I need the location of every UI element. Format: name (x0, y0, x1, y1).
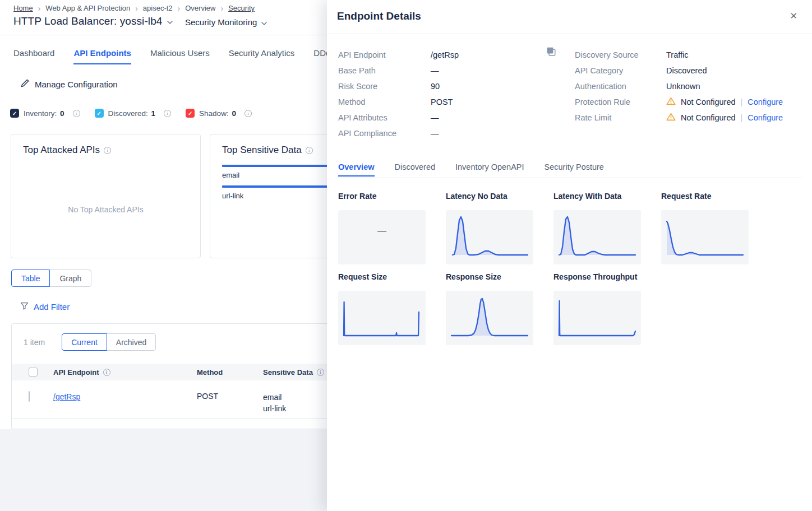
warning-icon (666, 97, 676, 107)
method-cell: POST (197, 392, 263, 401)
detail-value-text: — (431, 66, 439, 75)
chart-title: Response Throughput (553, 272, 641, 281)
add-filter-button[interactable]: Add Filter (20, 302, 70, 312)
configure-link[interactable]: Configure (748, 113, 783, 122)
add-filter-label: Add Filter (34, 302, 70, 312)
checkbox-checked-icon[interactable]: ✓ (95, 109, 104, 118)
detail-label: Rate Limit (575, 113, 666, 122)
close-icon[interactable]: ✕ (790, 12, 797, 21)
detail-label: Risk Score (338, 82, 431, 91)
filter-discovered[interactable]: ✓Discovered: 1i (95, 109, 172, 118)
detail-row: API CategoryDiscovered (575, 63, 805, 78)
filter-label: Discovered: 1 (108, 109, 156, 118)
configure-link[interactable]: Configure (748, 97, 783, 106)
chart-title: Error Rate (338, 192, 426, 201)
breadcrumb: Home›Web App & API Protection›apisec-t2›… (13, 4, 255, 12)
detail-value-text: 90 (431, 82, 440, 91)
chart-canvas (553, 210, 641, 264)
warning-icon (666, 113, 676, 123)
chevron-down-icon (261, 17, 267, 27)
info-icon[interactable]: i (244, 110, 252, 117)
panel-tab-security-posture[interactable]: Security Posture (545, 162, 604, 176)
chart-canvas: — (338, 210, 426, 264)
chart-canvas (446, 210, 533, 264)
filter-inventory[interactable]: ✓Inventory: 0i (10, 109, 80, 118)
endpoint-link[interactable]: /getRsp (53, 392, 80, 401)
view-toggle-table[interactable]: Table (11, 270, 50, 287)
detail-value: Not Configured|Configure (666, 113, 783, 123)
detail-value: Unknown (666, 82, 700, 91)
details-column-left: API Endpoint/getRspBase Path—Risk Score9… (338, 47, 546, 141)
filter-count: 0 (60, 109, 64, 118)
detail-value: POST (431, 97, 453, 106)
top-sensitive-data-title: Top Sensitive Data (222, 145, 302, 156)
filter-shadow[interactable]: ✓Shadow: 0i (186, 109, 252, 118)
checkbox-checked-icon[interactable]: ✓ (186, 109, 195, 118)
chart-request-rate: Request Rate (661, 192, 749, 264)
top-attacked-apis-card: Top Attacked APIs i No Top Attacked APIs (11, 134, 201, 258)
breadcrumb-item[interactable]: Security (228, 4, 255, 12)
checkbox-checked-icon[interactable]: ✓ (10, 109, 19, 118)
copy-icon[interactable] (546, 47, 556, 57)
detail-value: 90 (431, 82, 440, 91)
detail-row: AuthenticationUnknown (575, 78, 805, 94)
item-count: 1 item (24, 338, 45, 347)
api-category-filters: ✓Inventory: 0i✓Discovered: 1i✓Shadow: 0i (10, 109, 252, 118)
detail-row: Protection RuleNot Configured|Configure (575, 94, 805, 110)
row-checkbox[interactable] (29, 391, 30, 402)
chart-title: Latency With Data (553, 192, 641, 201)
detail-value: — (431, 113, 439, 122)
detail-value-text: Discovered (666, 66, 707, 75)
view-toggle-graph[interactable]: Graph (49, 270, 91, 287)
info-icon[interactable]: i (164, 110, 171, 117)
tab-security-analytics[interactable]: Security Analytics (229, 48, 295, 64)
panel-tab-overview[interactable]: Overview (338, 162, 375, 176)
breadcrumb-item[interactable]: Web App & API Protection (45, 4, 130, 12)
info-icon[interactable]: i (306, 147, 313, 154)
chart-canvas (553, 291, 641, 345)
monitor-mode-label: Security Monitoring (185, 17, 257, 27)
tab-dashboard[interactable]: Dashboard (13, 48, 54, 64)
breadcrumb-item[interactable]: Home (13, 4, 33, 12)
chart-title: Request Size (338, 272, 426, 281)
page-title: HTTP Load Balancer: yossi-lb4 (13, 15, 163, 27)
monitor-mode-dropdown[interactable]: Security Monitoring (185, 17, 267, 27)
detail-row: Discovery SourceTraffic (575, 47, 805, 63)
tab-api-endpoints[interactable]: API Endpoints (73, 48, 131, 64)
breadcrumb-item[interactable]: apisec-t2 (143, 4, 173, 12)
panel-tab-discovered[interactable]: Discovered (395, 162, 436, 176)
tab-malicious-users[interactable]: Malicious Users (150, 48, 210, 64)
breadcrumb-item[interactable]: Overview (185, 4, 215, 12)
chart-request-size: Request Size (338, 272, 426, 345)
value-separator: | (741, 97, 743, 106)
detail-label: Authentication (575, 82, 666, 91)
detail-label: API Attributes (338, 113, 431, 122)
panel-tabs-divider (337, 178, 802, 178)
detail-value-text: — (431, 129, 439, 138)
chart-title: Latency No Data (446, 192, 533, 201)
column-header-api-endpoint: API Endpointi (53, 368, 197, 377)
info-icon[interactable]: i (104, 147, 111, 154)
detail-value: — (431, 66, 439, 75)
manage-configuration-button[interactable]: Manage Configuration (20, 78, 118, 90)
info-icon[interactable]: i (103, 369, 110, 376)
breadcrumb-separator-icon: › (135, 4, 138, 12)
chevron-down-icon[interactable] (167, 16, 173, 26)
panel-tab-inventory-openapi[interactable]: Inventory OpenAPI (455, 162, 524, 176)
detail-value-text: POST (431, 97, 453, 106)
state-toggle-current[interactable]: Current (62, 333, 107, 351)
filter-label: Inventory: 0 (24, 109, 64, 118)
chart-title: Response Size (446, 272, 533, 281)
panel-header-divider (327, 34, 812, 34)
select-all-checkbox[interactable] (29, 368, 38, 377)
info-icon[interactable]: i (73, 110, 80, 117)
detail-row: Risk Score90 (338, 78, 546, 94)
detail-value: Discovered (666, 66, 707, 75)
table-header-checkbox-cell (29, 368, 53, 377)
panel-title: Endpoint Details (337, 10, 421, 22)
funnel-icon (20, 302, 29, 312)
info-icon[interactable]: i (317, 369, 324, 376)
column-header-method: Method (197, 368, 263, 377)
main-nav-tabs: DashboardAPI EndpointsMalicious UsersSec… (13, 48, 336, 64)
state-toggle-archived[interactable]: Archived (107, 333, 156, 351)
